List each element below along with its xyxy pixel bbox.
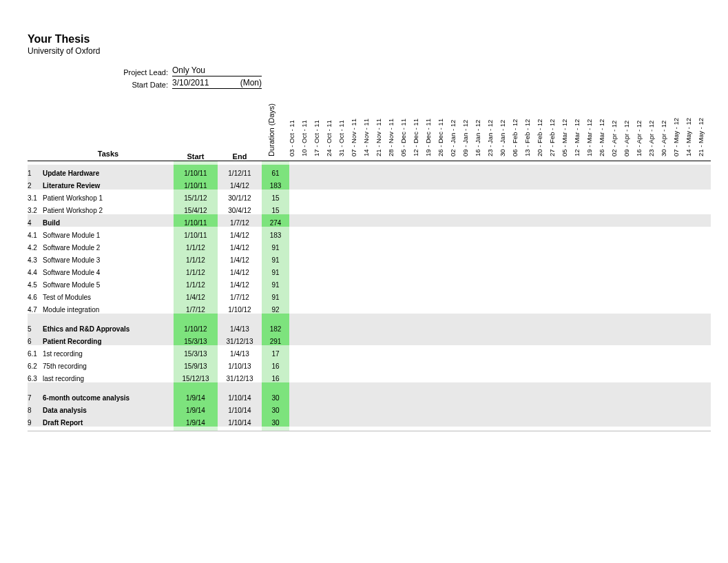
table-row: 1Update Hardware1/10/111/12/1161 — [28, 165, 711, 177]
page-title: Your Thesis — [28, 33, 700, 45]
row-start: 15/4/12 — [174, 202, 218, 214]
row-task: Software Module 4 — [43, 264, 174, 276]
row-duration: 91 — [262, 289, 289, 301]
row-id: 8 — [28, 402, 43, 414]
row-duration: 61 — [262, 165, 289, 177]
table-row: 4.3Software Module 31/1/121/4/1291 — [28, 252, 711, 264]
row-duration: 91 — [262, 276, 289, 289]
row-end: 1/10/14 — [218, 402, 262, 414]
row-id: 9 — [28, 414, 43, 427]
row-task: Software Module 5 — [43, 276, 174, 289]
row-task: Patient Workshop 2 — [43, 202, 174, 214]
row-duration: 15 — [262, 202, 289, 214]
row-end: 1/7/12 — [218, 289, 262, 301]
row-id: 4.6 — [28, 289, 43, 301]
row-id: 3.1 — [28, 190, 43, 202]
row-task: Test of Modules — [43, 289, 174, 301]
table-row: 5Ethics and R&D Approvals1/10/121/4/1318… — [28, 314, 711, 333]
gantt-table: Tasks Start End Duration (Days) 03 - Oct… — [28, 92, 711, 431]
table-row: 4.5Software Module 51/1/121/4/1291 — [28, 276, 711, 289]
row-id: 1 — [28, 165, 43, 177]
table-row: 2Literature Review1/10/111/4/12183 — [28, 177, 711, 190]
row-duration: 291 — [262, 333, 289, 345]
row-end: 1/4/12 — [218, 276, 262, 289]
row-end: 1/4/12 — [218, 239, 262, 252]
row-duration: 91 — [262, 264, 289, 276]
start-date-value: 3/10/2011 (Mon) — [172, 78, 262, 89]
row-task: 6-month outcome analysis — [43, 382, 174, 402]
row-task: 1st recording — [43, 345, 174, 358]
row-end: 1/4/12 — [218, 264, 262, 276]
row-end: 30/1/12 — [218, 190, 262, 202]
project-meta: Project Lead: Only You Start Date: 3/10/… — [83, 65, 700, 89]
row-start: 1/9/14 — [174, 382, 218, 402]
row-start: 1/10/12 — [174, 314, 218, 333]
table-body: 1Update Hardware1/10/111/12/11612Literat… — [28, 161, 711, 431]
row-task: Patient Workshop 1 — [43, 190, 174, 202]
row-duration: 30 — [262, 414, 289, 427]
row-start: 1/7/12 — [174, 301, 218, 314]
row-id: 6 — [28, 333, 43, 345]
row-end: 31/12/13 — [218, 370, 262, 382]
row-start: 1/10/11 — [174, 165, 218, 177]
row-end: 1/4/12 — [218, 227, 262, 239]
row-task: Literature Review — [43, 177, 174, 190]
row-id: 4 — [28, 214, 43, 227]
row-id: 3.2 — [28, 202, 43, 214]
row-start: 15/12/13 — [174, 370, 218, 382]
row-end: 1/12/11 — [218, 165, 262, 177]
row-id: 6.1 — [28, 345, 43, 358]
row-id: 6.2 — [28, 358, 43, 370]
table-row: 6.275th recording15/9/131/10/1316 — [28, 358, 711, 370]
row-end: 31/12/13 — [218, 333, 262, 345]
table-row: 6.11st recording15/3/131/4/1317 — [28, 345, 711, 358]
document: Your Thesis University of Oxford Project… — [28, 33, 700, 431]
row-end: 1/10/13 — [218, 358, 262, 370]
table-row: 3.2Patient Workshop 215/4/1230/4/1215 — [28, 202, 711, 214]
row-start: 15/3/13 — [174, 333, 218, 345]
row-task: 75th recording — [43, 358, 174, 370]
row-end: 1/4/13 — [218, 345, 262, 358]
row-start: 15/3/13 — [174, 345, 218, 358]
row-end: 1/4/12 — [218, 177, 262, 190]
row-start: 1/9/14 — [174, 402, 218, 414]
table-row: 6Patient Recording15/3/1331/12/13291 — [28, 333, 711, 345]
row-end: 1/7/12 — [218, 214, 262, 227]
col-duration-header: Duration (Days) — [262, 92, 289, 161]
row-duration: 91 — [262, 252, 289, 264]
row-task: Software Module 3 — [43, 252, 174, 264]
table-row: 3.1Patient Workshop 115/1/1230/1/1215 — [28, 190, 711, 202]
row-start: 15/1/12 — [174, 190, 218, 202]
row-task: last recording — [43, 370, 174, 382]
table-row: 8Data analysis1/9/141/10/1430 — [28, 402, 711, 414]
row-task: Ethics and R&D Approvals — [43, 314, 174, 333]
row-duration: 91 — [262, 239, 289, 252]
row-task: Update Hardware — [43, 165, 174, 177]
project-lead-label: Project Lead: — [83, 68, 172, 76]
row-start: 1/9/14 — [174, 414, 218, 427]
row-duration: 183 — [262, 227, 289, 239]
row-start: 1/10/11 — [174, 227, 218, 239]
row-id: 5 — [28, 314, 43, 333]
row-start: 1/10/11 — [174, 177, 218, 190]
row-start: 1/1/12 — [174, 276, 218, 289]
row-task: Build — [43, 214, 174, 227]
col-id-header — [28, 92, 43, 161]
row-duration: 182 — [262, 314, 289, 333]
row-end: 1/4/12 — [218, 252, 262, 264]
row-duration: 92 — [262, 301, 289, 314]
row-start: 1/1/12 — [174, 252, 218, 264]
row-start: 1/1/12 — [174, 264, 218, 276]
row-id: 4.5 — [28, 276, 43, 289]
row-task: Module integration — [43, 301, 174, 314]
table-row: 9Draft Report1/9/141/10/1430 — [28, 414, 711, 427]
row-duration: 274 — [262, 214, 289, 227]
col-end-header: End — [218, 92, 262, 161]
row-duration: 30 — [262, 382, 289, 402]
row-duration: 16 — [262, 358, 289, 370]
row-duration: 183 — [262, 177, 289, 190]
table-row: 4.7Module integration1/7/121/10/1292 — [28, 301, 711, 314]
row-duration: 16 — [262, 370, 289, 382]
row-end: 30/4/12 — [218, 202, 262, 214]
table-row: 4.4Software Module 41/1/121/4/1291 — [28, 264, 711, 276]
